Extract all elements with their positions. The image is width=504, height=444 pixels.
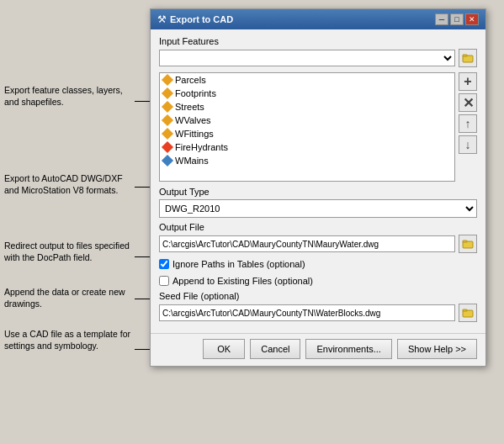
environments-button[interactable]: Environments... (305, 339, 391, 359)
seed-file-group: Seed File (optional) C:\arcgis\ArcTutor\… (159, 291, 477, 322)
bottom-buttons: OK Cancel Environments... Show Help >> (151, 333, 485, 366)
firehydrants-label: FireHydrants (175, 142, 228, 152)
ignore-paths-label: Ignore Paths in Tables (optional) (172, 259, 305, 269)
output-file-group: Output File C:\arcgis\ArcTutor\CAD\Maury… (159, 222, 477, 253)
output-file-row: C:\arcgis\ArcTutor\CAD\MauryCountyTN\Mau… (159, 235, 477, 253)
output-type-label: Output Type (159, 187, 477, 197)
title-buttons: ─ □ ✕ (435, 13, 479, 25)
title-bar: ⚒ Export to CAD ─ □ ✕ (151, 9, 485, 29)
seed-file-value: C:\arcgis\ArcTutor\CAD\MauryCountyTN\Wat… (159, 304, 455, 321)
annotation-1: Export feature classes, layers, and shap… (4, 84, 135, 108)
wvalves-label: WValves (175, 115, 211, 125)
annotation-text-1: Export feature classes, layers, and shap… (4, 85, 123, 107)
seed-file-browse-button[interactable] (459, 304, 477, 322)
ignore-paths-checkbox[interactable] (159, 259, 169, 269)
append-checkbox[interactable] (159, 276, 169, 286)
svg-rect-3 (463, 240, 467, 242)
list-item-wmains: WMains (160, 154, 454, 167)
remove-button[interactable]: ✕ (459, 93, 477, 112)
output-type-group: Output Type DWG_R2010 (159, 187, 477, 218)
parcels-label: Parcels (175, 75, 206, 85)
append-label: Append to Existing Files (optional) (172, 276, 313, 286)
restore-button[interactable]: □ (450, 13, 464, 25)
output-file-label: Output File (159, 222, 477, 232)
wmains-label: WMains (175, 156, 209, 166)
dialog-title: Export to CAD (170, 14, 233, 24)
annotation-4: Append the data or create new drawings. (4, 286, 135, 309)
output-file-browse-button[interactable] (459, 235, 477, 253)
export-to-cad-dialog: ⚒ Export to CAD ─ □ ✕ Input Features (150, 8, 486, 367)
wvalves-icon (162, 114, 173, 126)
append-row: Append to Existing Files (optional) (159, 274, 477, 288)
firehydrants-icon (162, 141, 173, 153)
close-button[interactable]: ✕ (465, 13, 479, 25)
cancel-button[interactable]: Cancel (250, 339, 300, 359)
seed-file-label: Seed File (optional) (159, 291, 477, 301)
annotation-text-4: Append the data or create new drawings. (4, 287, 125, 309)
list-item-footprints: Footprints (160, 87, 454, 100)
move-up-button[interactable]: ↑ (459, 114, 477, 133)
list-area-container: Parcels Footprints Streets WValves WFitt… (159, 72, 477, 182)
wmains-icon (162, 155, 173, 166)
footprints-label: Footprints (175, 88, 216, 98)
title-bar-left: ⚒ Export to CAD (157, 13, 233, 25)
show-help-button[interactable]: Show Help >> (397, 339, 477, 359)
streets-icon (162, 101, 173, 113)
dialog-body: Input Features Parcels Foo (151, 29, 485, 333)
folder-icon (462, 52, 474, 64)
annotation-text-5: Use a CAD file as a template for setting… (4, 329, 130, 351)
wfittings-label: WFittings (175, 129, 214, 139)
folder-open-icon (462, 238, 474, 250)
move-down-button[interactable]: ↓ (459, 135, 477, 154)
annotation-text-3: Redirect output to files specified with … (4, 240, 130, 262)
ok-button[interactable]: OK (203, 339, 245, 359)
footprints-icon (162, 87, 173, 99)
streets-label: Streets (175, 102, 204, 112)
annotation-text-2: Export to AutoCAD DWG/DXF and MicroStati… (4, 173, 123, 195)
input-features-label: Input Features (159, 36, 477, 46)
list-item-streets: Streets (160, 100, 454, 114)
output-type-select[interactable]: DWG_R2010 (159, 199, 477, 218)
add-button[interactable]: + (459, 72, 477, 91)
seed-file-row: C:\arcgis\ArcTutor\CAD\MauryCountyTN\Wat… (159, 304, 477, 322)
folder-seed-icon (462, 307, 474, 319)
list-item-parcels: Parcels (160, 73, 454, 87)
annotation-3: Redirect output to files specified with … (4, 240, 135, 263)
output-file-value: C:\arcgis\ArcTutor\CAD\MauryCountyTN\Mau… (159, 235, 455, 252)
input-features-select[interactable] (159, 50, 455, 66)
dialog-title-icon: ⚒ (157, 13, 167, 25)
parcels-icon (162, 74, 173, 86)
list-item-wfittings: WFittings (160, 127, 454, 140)
annotation-2: Export to AutoCAD DWG/DXF and MicroStati… (4, 172, 135, 196)
list-item-wvalves: WValves (160, 114, 454, 127)
svg-rect-5 (463, 309, 467, 311)
svg-rect-1 (463, 55, 467, 56)
list-box[interactable]: Parcels Footprints Streets WValves WFitt… (159, 72, 455, 182)
minimize-button[interactable]: ─ (435, 13, 448, 25)
annotation-5: Use a CAD file as a template for setting… (4, 328, 135, 352)
list-item-firehydrants: FireHydrants (160, 140, 454, 154)
ignore-paths-row: Ignore Paths in Tables (optional) (159, 257, 477, 271)
list-buttons: + ✕ ↑ ↓ (459, 72, 477, 182)
input-features-row (159, 49, 477, 67)
wfittings-icon (162, 128, 173, 140)
input-features-browse-button[interactable] (459, 49, 477, 67)
